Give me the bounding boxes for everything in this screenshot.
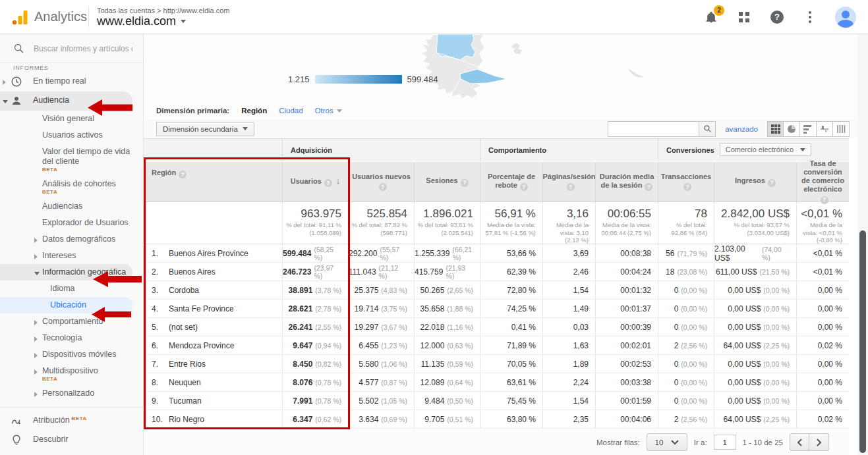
- sidebar-item-dispositivos-m-viles[interactable]: Dispositivos móviles: [0, 346, 143, 363]
- sidebar-item-descubrir[interactable]: Descubrir: [0, 431, 143, 450]
- scrollbar-thumb[interactable]: [859, 230, 866, 453]
- sidebar-item-audiencia[interactable]: Audiencia: [0, 92, 132, 111]
- cell-duration: 00:00:39: [595, 318, 658, 336]
- column-header-revenue[interactable]: Ingresos?: [714, 162, 796, 201]
- table-header-row: Región?Usuarios?↓Usuarios nuevos?Sesione…: [144, 162, 849, 202]
- sidebar-item-audiencias[interactable]: Audiencias: [0, 198, 143, 215]
- cell-bounce: 74,25 %: [480, 300, 542, 317]
- column-header-sessions[interactable]: Sesiones?: [414, 162, 480, 201]
- performance-view-button[interactable]: [800, 121, 817, 137]
- help-icon[interactable]: ?: [379, 183, 387, 191]
- column-header-users[interactable]: Usuarios?↓: [282, 162, 348, 201]
- sidebar-item-intereses[interactable]: Intereses: [0, 248, 143, 264]
- column-header-bounce[interactable]: Porcentaje de rebote?: [480, 162, 542, 201]
- help-icon[interactable]: ?: [567, 183, 575, 191]
- region-link[interactable]: Santa Fe Province: [169, 304, 234, 313]
- apps-grid-button[interactable]: [736, 9, 752, 25]
- sidebar-item-personalizado[interactable]: Personalizado: [0, 385, 143, 402]
- row-rank: 7.: [152, 360, 169, 369]
- help-icon[interactable]: ?: [324, 179, 332, 187]
- column-header-pages[interactable]: Páginas/sesión?: [542, 162, 595, 201]
- cell-pages: 1,49: [542, 300, 595, 317]
- sidebar-item-valor-del-tiempo-de-vida-del-cliente[interactable]: Valor del tiempo de vida del clienteBETA: [0, 144, 143, 176]
- column-header-region[interactable]: Región?: [144, 162, 282, 201]
- sidebar-item-comportamiento[interactable]: Comportamiento: [0, 313, 143, 330]
- secondary-dimension-button[interactable]: Dimensión secundaria: [156, 122, 254, 136]
- column-header-conv-rate[interactable]: Tasa de conversión de comercio electróni…: [796, 162, 849, 201]
- sidebar-item-visi-n-general[interactable]: Visión general: [0, 111, 143, 127]
- column-header-transactions[interactable]: Transacciones?: [658, 162, 714, 201]
- next-page-button[interactable]: [809, 433, 829, 451]
- account-breadcrumb[interactable]: Todas las cuentas > http://www.eldia.com…: [97, 5, 229, 28]
- help-icon[interactable]: ?: [520, 183, 528, 191]
- region-link[interactable]: Tucuman: [169, 396, 202, 406]
- column-header-duration[interactable]: Duración media de la sesión?: [595, 162, 658, 201]
- cell-new-users: 3.634(0,69 %): [348, 410, 414, 428]
- region-link[interactable]: Rio Negro: [169, 415, 204, 424]
- sidebar-item-usuarios-activos[interactable]: Usuarios activos: [0, 127, 143, 144]
- column-header-new-users[interactable]: Usuarios nuevos?: [348, 162, 414, 201]
- region-link[interactable]: Entre Rios: [169, 360, 206, 369]
- sidebar-item-ubicaci-n[interactable]: Ubicación: [0, 297, 132, 313]
- region-link[interactable]: (not set): [169, 323, 198, 332]
- region-link[interactable]: Mendoza Province: [169, 341, 234, 350]
- region-link[interactable]: Buenos Aires Province: [169, 249, 248, 258]
- sidebar-item-explorador-de-usuarios[interactable]: Explorador de Usuarios: [0, 215, 143, 231]
- comparison-view-button[interactable]: [817, 121, 833, 137]
- cell-conv-rate: 0,00 %: [796, 300, 849, 317]
- sidebar-search[interactable]: [0, 34, 143, 63]
- sidebar-item-en-tiempo-real[interactable]: En tiempo real: [0, 72, 143, 92]
- notifications-button[interactable]: 2: [703, 9, 719, 25]
- sidebar-item-datos-demogr-ficos[interactable]: Datos demográficos: [0, 231, 143, 248]
- goto-page-input[interactable]: [714, 435, 736, 450]
- help-icon[interactable]: ?: [683, 183, 691, 191]
- region-link[interactable]: Neuquen: [169, 378, 201, 387]
- table-row: 8.Neuquen8.076(0,78 %)4.577(0,87 %)12.08…: [144, 373, 849, 392]
- sidebar-item-atribuci-n[interactable]: AtribuciónBETA: [0, 412, 143, 431]
- chevron-down-icon: [800, 148, 805, 151]
- table-search-button[interactable]: [699, 121, 716, 137]
- brand[interactable]: Analytics: [0, 9, 88, 25]
- goto-label: Ir a:: [694, 439, 707, 446]
- sidebar-item-idioma[interactable]: Idioma: [0, 281, 143, 297]
- geo-map: 1.215 599.484: [144, 34, 868, 102]
- advanced-search-link[interactable]: avanzado: [725, 125, 758, 133]
- help-icon[interactable]: ?: [768, 179, 776, 187]
- cell-sessions: 11.135(0,59 %): [414, 355, 480, 373]
- sidebar-item-informaci-n-geogr-fica[interactable]: Información geográfica: [0, 264, 132, 281]
- region-link[interactable]: Buenos Aires: [169, 267, 216, 277]
- table-search-input[interactable]: [608, 121, 699, 137]
- percentage-view-button[interactable]: [784, 121, 800, 137]
- pivot-view-button[interactable]: [833, 121, 850, 137]
- pie-chart-icon: [787, 124, 796, 134]
- help-icon[interactable]: ?: [461, 179, 469, 187]
- cell-transactions: 18(23,08 %): [658, 263, 714, 281]
- cell-transactions: 2(2,56 %): [658, 336, 714, 354]
- analytics-window: Analytics Todas las cuentas > http://www…: [0, 0, 868, 455]
- map-region-highlight[interactable]: [436, 34, 475, 60]
- previous-page-button[interactable]: [790, 433, 809, 451]
- help-button[interactable]: ?: [769, 9, 785, 25]
- table-view-button[interactable]: [767, 121, 784, 137]
- sidebar-item-label: Personalizado: [42, 388, 94, 398]
- dimension-option-city[interactable]: Ciudad: [279, 107, 303, 115]
- chevron-down-icon: [671, 440, 679, 445]
- help-icon[interactable]: ?: [645, 183, 652, 191]
- more-options-button[interactable]: [802, 9, 818, 25]
- cell-sessions: 50.265(2,65 %): [414, 281, 480, 299]
- sidebar-item-multidispositivo[interactable]: MultidispositivoBETA: [0, 363, 143, 385]
- help-icon[interactable]: ?: [179, 171, 187, 178]
- sidebar-item-tecnolog-a[interactable]: Tecnología: [0, 330, 143, 346]
- cell-revenue: 0,00 US$(0,00 %): [714, 300, 796, 317]
- cell-duration: 00:01:32: [595, 281, 658, 299]
- search-input[interactable]: [34, 44, 132, 53]
- user-avatar[interactable]: [835, 7, 856, 28]
- dimension-option-other[interactable]: Otros: [315, 107, 342, 115]
- row-rank: 2.: [152, 267, 169, 277]
- dimension-option-region[interactable]: Región: [241, 107, 267, 115]
- sidebar-item-an-lisis-de-cohortes[interactable]: Análisis de cohortesBETA: [0, 176, 143, 198]
- sidebar-item-label: Audiencias: [42, 201, 82, 211]
- rows-per-page-dropdown[interactable]: 10: [647, 433, 687, 451]
- conversions-type-dropdown[interactable]: Comercio electrónico: [720, 143, 811, 156]
- region-link[interactable]: Cordoba: [169, 286, 199, 295]
